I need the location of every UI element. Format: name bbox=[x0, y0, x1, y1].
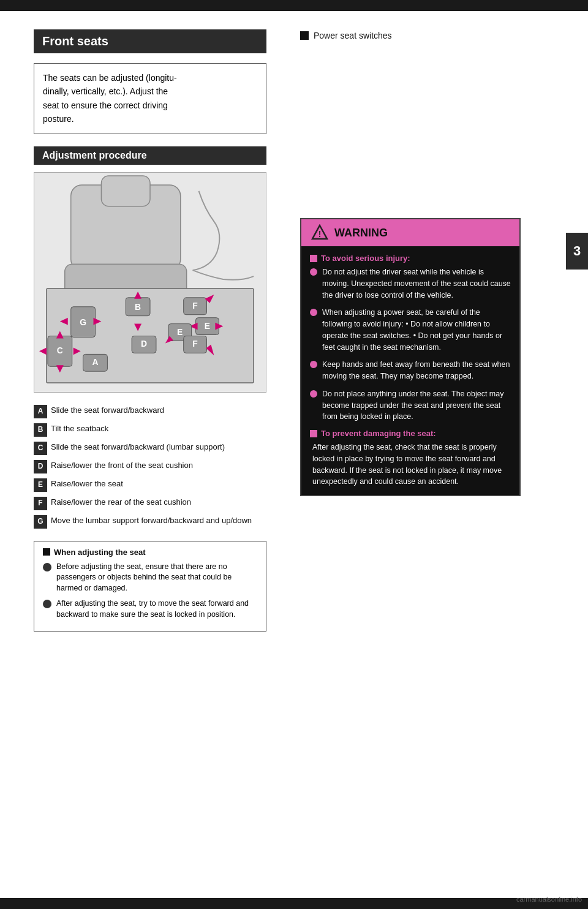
svg-text:A: A bbox=[92, 357, 98, 367]
warning-square-icon-2 bbox=[310, 430, 317, 437]
warning-title: WARNING bbox=[334, 227, 388, 240]
svg-text:C: C bbox=[57, 345, 63, 355]
warning-section2-title: To prevent damaging the seat: bbox=[310, 429, 511, 438]
labels-list: A Slide the seat forward/backward B Tilt… bbox=[34, 405, 270, 529]
warning-bullet-text-1: Do not adjust the driver seat while the … bbox=[322, 266, 511, 301]
svg-marker-32 bbox=[39, 347, 47, 355]
label-text-a: Slide the seat forward/backward bbox=[51, 405, 164, 416]
warning-section1-title-text: To avoid serious injury: bbox=[321, 254, 410, 263]
warning-bullet-2: When adjusting a power seat, be careful … bbox=[310, 307, 511, 353]
note-bullet-2: After adjusting the seat, try to move th… bbox=[43, 598, 257, 620]
right-top-section: Power seat switches bbox=[300, 31, 576, 120]
warning-content: To avoid serious injury: Do not adjust t… bbox=[301, 246, 519, 495]
label-row-g: G Move the lumbar support forward/backwa… bbox=[34, 515, 270, 529]
label-text-f: Raise/lower the rear of the seat cushion bbox=[51, 497, 191, 508]
bullet-circle-icon-2 bbox=[43, 600, 51, 608]
warning-box: ! WARNING To avoid serious injury: Do no… bbox=[300, 218, 521, 496]
warning-header: ! WARNING bbox=[301, 219, 519, 246]
warning-square-icon-1 bbox=[310, 255, 317, 262]
warning-section1-title: To avoid serious injury: bbox=[310, 254, 511, 263]
warning-bullet-3: Keep hands and feet away from beneath th… bbox=[310, 359, 511, 382]
label-row-d: D Raise/lower the front of the seat cush… bbox=[34, 460, 270, 473]
warning-bullet-dot-3 bbox=[310, 361, 317, 368]
label-text-d: Raise/lower the front of the seat cushio… bbox=[51, 460, 193, 471]
info-box-text: The seats can be adjusted (longitu- dina… bbox=[43, 73, 177, 124]
label-row-b: B Tilt the seatback bbox=[34, 423, 270, 437]
label-text-b: Tilt the seatback bbox=[51, 423, 108, 434]
page-container: Front seats The seats can be adjusted (l… bbox=[0, 0, 588, 909]
note-header: When adjusting the seat bbox=[54, 548, 146, 557]
warning-bullet-dot-2 bbox=[310, 309, 317, 316]
label-row-f: F Raise/lower the rear of the seat cushi… bbox=[34, 497, 270, 510]
svg-text:F: F bbox=[192, 300, 198, 310]
label-text-c: Slide the seat forward/backward (lumbar … bbox=[51, 442, 225, 453]
badge-a: A bbox=[34, 405, 47, 418]
watermark: carmanualsonline.info bbox=[516, 896, 582, 903]
svg-text:E: E bbox=[205, 320, 210, 330]
warning-bullet-4: Do not place anything under the seat. Th… bbox=[310, 388, 511, 423]
chapter-number: 3 bbox=[573, 243, 581, 259]
seat-diagram: G B F E bbox=[34, 172, 266, 393]
warning-bullet-text-3: Keep hands and feet away from beneath th… bbox=[322, 359, 511, 382]
svg-text:E: E bbox=[177, 326, 183, 336]
right-top-spacer bbox=[300, 47, 576, 120]
warning-section2-body: After adjusting the seat, check that the… bbox=[312, 443, 502, 486]
label-row-c: C Slide the seat forward/backward (lumba… bbox=[34, 442, 270, 455]
note-square-icon bbox=[43, 548, 50, 556]
label-row-a: A Slide the seat forward/backward bbox=[34, 405, 270, 418]
badge-g: G bbox=[34, 515, 47, 529]
warning-section2-text: After adjusting the seat, check that the… bbox=[310, 442, 511, 488]
note-bullet-text-1: Before adjusting the seat, ensure that t… bbox=[56, 562, 257, 594]
svg-text:F: F bbox=[192, 339, 198, 349]
note-bullet-text-2: After adjusting the seat, try to move th… bbox=[56, 598, 257, 620]
right-section-indicator: Power seat switches bbox=[300, 31, 576, 40]
badge-e: E bbox=[34, 478, 47, 492]
svg-rect-2 bbox=[101, 176, 150, 206]
warning-bullet-text-2: When adjusting a power seat, be careful … bbox=[322, 307, 511, 353]
svg-text:!: ! bbox=[318, 229, 322, 239]
adjustment-procedure-header: Adjustment procedure bbox=[34, 146, 266, 165]
badge-f: F bbox=[34, 497, 47, 510]
label-row-e: E Raise/lower the seat bbox=[34, 478, 270, 492]
right-top-text: Power seat switches bbox=[314, 31, 392, 40]
badge-c: C bbox=[34, 442, 47, 455]
warning-triangle-icon: ! bbox=[311, 224, 328, 241]
svg-text:D: D bbox=[141, 339, 147, 349]
warning-bullet-dot-1 bbox=[310, 268, 317, 276]
info-box: The seats can be adjusted (longitu- dina… bbox=[34, 63, 266, 134]
badge-b: B bbox=[34, 423, 47, 437]
svg-text:G: G bbox=[80, 317, 86, 326]
left-column: Front seats The seats can be adjusted (l… bbox=[0, 0, 282, 909]
note-box: When adjusting the seat Before adjusting… bbox=[34, 541, 266, 632]
badge-d: D bbox=[34, 460, 47, 473]
warning-bullet-dot-4 bbox=[310, 390, 317, 398]
warning-section2-title-text: To prevent damaging the seat: bbox=[321, 429, 436, 438]
section-header: Front seats bbox=[34, 29, 266, 53]
label-text-e: Raise/lower the seat bbox=[51, 478, 123, 489]
svg-text:B: B bbox=[135, 301, 141, 311]
label-text-g: Move the lumbar support forward/backward… bbox=[51, 515, 252, 526]
warning-bullet-text-4: Do not place anything under the seat. Th… bbox=[322, 388, 511, 423]
chapter-tab: 3 bbox=[566, 233, 588, 270]
note-bullet-1: Before adjusting the seat, ensure that t… bbox=[43, 562, 257, 594]
black-square-icon bbox=[300, 31, 309, 40]
right-column: Power seat switches ! WARNING To avoid s… bbox=[282, 0, 588, 909]
warning-bullet-1: Do not adjust the driver seat while the … bbox=[310, 266, 511, 301]
bullet-circle-icon-1 bbox=[43, 563, 51, 571]
